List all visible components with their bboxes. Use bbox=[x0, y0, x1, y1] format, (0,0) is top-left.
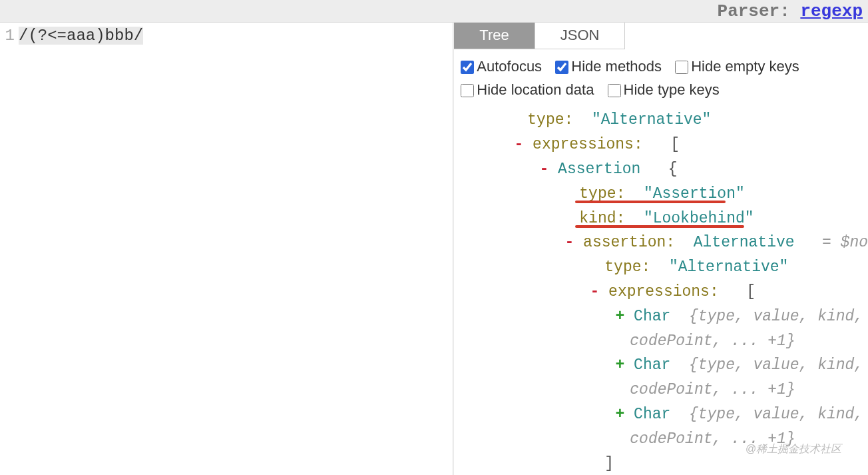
checkbox-hide-empty-keys[interactable] bbox=[675, 61, 688, 74]
opt-hide-empty-keys[interactable]: Hide empty keys bbox=[675, 58, 799, 75]
tab-tree[interactable]: Tree bbox=[454, 23, 535, 49]
tabs: Tree JSON bbox=[454, 23, 868, 49]
checkbox-autofocus[interactable] bbox=[461, 61, 474, 74]
tree-row: - assertion: Alternative = $no bbox=[461, 231, 868, 255]
opt-hide-type-keys[interactable]: Hide type keys bbox=[608, 81, 720, 98]
collapse-icon[interactable]: - bbox=[539, 157, 548, 182]
tree-row: + Char {type, value, kind, bbox=[461, 353, 868, 378]
tree-row: codePoint, ... +1} bbox=[461, 378, 868, 402]
collapse-icon[interactable]: - bbox=[590, 280, 599, 304]
tree-row: - Assertion { bbox=[461, 157, 868, 182]
ast-tree: type: "Alternative" - expressions: [ - A… bbox=[454, 105, 868, 475]
checkbox-hide-type-keys[interactable] bbox=[608, 84, 621, 97]
expand-icon[interactable]: + bbox=[615, 304, 624, 329]
checkbox-hide-methods[interactable] bbox=[555, 61, 568, 74]
opt-autofocus[interactable]: Autofocus bbox=[461, 58, 542, 75]
tree-row-kind: kind: "Lookbehind" bbox=[461, 207, 868, 231]
code-text[interactable]: /(?<=aaa)bbb/ bbox=[19, 27, 143, 45]
parser-link[interactable]: regexp bbox=[800, 1, 863, 21]
collapse-icon[interactable]: - bbox=[564, 231, 574, 255]
opt-hide-methods[interactable]: Hide methods bbox=[555, 58, 662, 75]
tree-options: Autofocus Hide methods Hide empty keys H… bbox=[454, 49, 868, 105]
tree-row: type: "Alternative" bbox=[461, 255, 868, 280]
code-editor[interactable]: 1/(?<=aaa)bbb/ bbox=[0, 23, 453, 475]
right-panel: Tree JSON Autofocus Hide methods Hide em… bbox=[453, 23, 868, 475]
opt-hide-location[interactable]: Hide location data bbox=[461, 81, 594, 98]
main-area: 1/(?<=aaa)bbb/ Tree JSON Autofocus Hide … bbox=[0, 23, 868, 475]
expand-icon[interactable]: + bbox=[615, 402, 624, 427]
tree-row: codePoint, ... +1} bbox=[461, 329, 868, 354]
tab-json[interactable]: JSON bbox=[535, 23, 626, 49]
line-number: 1 bbox=[0, 27, 19, 45]
watermark: @稀土掘金技术社区 bbox=[746, 442, 841, 456]
collapse-icon[interactable]: - bbox=[514, 133, 523, 157]
tree-row: - expressions: [ bbox=[461, 133, 868, 157]
expand-icon[interactable]: + bbox=[615, 353, 624, 378]
tree-row: - expressions: [ bbox=[461, 280, 868, 304]
checkbox-hide-location[interactable] bbox=[461, 84, 474, 97]
parser-label: Parser: bbox=[718, 1, 790, 21]
tree-row: + Char {type, value, kind, bbox=[461, 304, 868, 329]
header-bar: Parser: regexp bbox=[0, 0, 868, 23]
tree-row-type: type: "Assertion" bbox=[461, 182, 868, 207]
tree-row: + Char {type, value, kind, bbox=[461, 402, 868, 427]
tree-row: type: "Alternative" bbox=[461, 108, 868, 133]
